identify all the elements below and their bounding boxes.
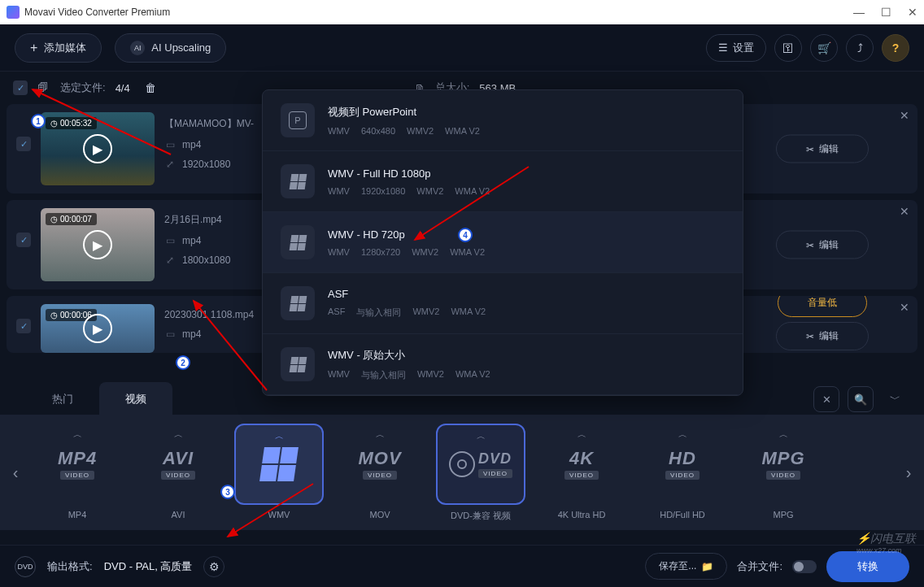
key-icon: ⚿ <box>782 41 794 54</box>
chevron-up-icon: ︿ <box>678 428 687 441</box>
chevron-up-icon: ︿ <box>477 430 486 442</box>
window-title: Movavi Video Converter Premium <box>24 7 170 18</box>
preset-row[interactable]: WMV - 原始大小 WMV与输入相同WMV2WMA V2 <box>263 334 743 395</box>
remove-file-button[interactable]: ✕ <box>900 109 909 122</box>
close-button[interactable]: ✕ <box>908 6 917 19</box>
selected-count: 4/4 <box>116 82 130 94</box>
format-tile[interactable]: ︿MOVVIDEO <box>335 424 425 505</box>
edit-button[interactable]: ✂编辑 <box>776 231 869 259</box>
format-tile[interactable]: ︿MP4VIDEO <box>33 424 122 505</box>
convert-button[interactable]: 转换 <box>826 551 909 582</box>
format-code: MOV <box>358 448 401 469</box>
format-tile[interactable]: ︿4KVIDEO <box>537 424 626 505</box>
remove-file-button[interactable]: ✕ <box>900 205 909 218</box>
format-caption: HD/Full HD <box>660 510 705 520</box>
format-tile[interactable]: ︿MPGVIDEO <box>739 424 828 505</box>
file-thumbnail[interactable]: ◷00:05:32 ▶ <box>41 112 155 185</box>
search-presets-button[interactable]: 🔍 <box>848 386 874 412</box>
merge-toggle[interactable] <box>792 560 817 573</box>
tab-video[interactable]: 视频 <box>99 382 172 416</box>
format-icon: ▭ <box>164 139 176 150</box>
file-name: 2月16日.mp4 <box>164 213 270 227</box>
footer-bar: DVD 输出格式: DVD - PAL, 高质量 ⚙ 保存至...📁 合并文件:… <box>0 545 924 587</box>
format-item: ︿WMV <box>234 424 324 522</box>
add-media-button[interactable]: + 添加媒体 <box>15 33 102 63</box>
scissors-icon: ✂ <box>806 143 814 154</box>
preset-specs: WMV与输入相同WMV2WMA V2 <box>328 369 490 381</box>
file-resolution: 1920x1080 <box>182 159 230 170</box>
format-caption: DVD-兼容 视频 <box>451 510 511 522</box>
file-format: mp4 <box>182 328 201 340</box>
output-value: DVD - PAL, 高质量 <box>104 559 193 574</box>
play-icon: ▶ <box>83 230 112 259</box>
tab-hot[interactable]: 热门 <box>26 382 99 416</box>
format-sub: VIDEO <box>363 471 397 480</box>
chevron-up-icon: ︿ <box>174 428 183 441</box>
carousel-prev-button[interactable]: ‹ <box>7 432 24 513</box>
format-item: ︿HDVIDEOHD/Full HD <box>638 424 727 522</box>
scissors-icon: ✂ <box>806 239 814 250</box>
merge-label: 合并文件: <box>737 559 782 574</box>
format-icon: ▭ <box>164 235 176 246</box>
clear-search-button[interactable]: ✕ <box>813 386 839 412</box>
folder-icon: 📁 <box>701 561 713 572</box>
clock-icon: ◷ <box>50 311 58 320</box>
select-all-checkbox[interactable]: ✓ <box>13 80 28 95</box>
format-code: 4K <box>569 448 594 469</box>
carousel-next-button[interactable]: › <box>900 432 917 513</box>
preset-row[interactable]: WMV - HD 720p WMV1280x720WMV2WMA V2 <box>263 212 743 273</box>
dvd-icon <box>449 451 475 477</box>
share-button[interactable]: ⤴ <box>846 34 874 62</box>
file-format: mp4 <box>182 139 201 150</box>
format-tile[interactable]: ︿DVDVIDEO <box>436 424 525 505</box>
preset-row[interactable]: P 视频到 PowerPoint WMV640x480WMV2WMA V2 <box>263 90 743 151</box>
cart-icon: 🛒 <box>817 41 831 54</box>
preset-row[interactable]: ASF ASF与输入相同WMV2WMA V2 <box>263 273 743 334</box>
file-thumbnail[interactable]: ◷00:00:07 ▶ <box>41 208 155 281</box>
format-code: MPG <box>761 448 804 469</box>
resolution-icon: ⤢ <box>164 159 176 170</box>
format-tile[interactable]: ︿ <box>234 424 324 505</box>
cart-button[interactable]: 🛒 <box>810 34 838 62</box>
chevron-up-icon: ︿ <box>275 430 284 442</box>
volume-warning-button[interactable]: 音量低 <box>778 296 867 317</box>
help-icon: ? <box>892 41 900 54</box>
windows-icon <box>259 447 299 481</box>
file-checkbox[interactable]: ✓ <box>16 233 31 247</box>
format-tile[interactable]: ︿HDVIDEO <box>638 424 727 505</box>
file-thumbnail[interactable]: ◷00:00:06 ▶ <box>41 304 155 353</box>
preset-title: ASF <box>328 288 486 300</box>
file-checkbox[interactable]: ✓ <box>16 319 31 333</box>
help-button[interactable]: ? <box>882 34 909 62</box>
edit-button[interactable]: ✂编辑 <box>776 322 869 350</box>
scissors-icon: ✂ <box>806 331 814 342</box>
file-name: 20230301 1108.mp4 <box>164 309 270 320</box>
save-to-button[interactable]: 保存至...📁 <box>645 553 727 580</box>
format-icon: ▭ <box>164 328 176 340</box>
edit-button[interactable]: ✂编辑 <box>776 135 869 163</box>
preset-row[interactable]: WMV - Full HD 1080p WMV1920x1080WMV2WMA … <box>263 151 743 212</box>
settings-button[interactable]: ☰ 设置 <box>706 34 766 62</box>
format-item: ︿MPGVIDEOMPG <box>739 424 828 522</box>
format-sub: VIDEO <box>564 471 599 480</box>
search-button[interactable]: ⚿ <box>774 34 802 62</box>
output-settings-button[interactable]: ⚙ <box>203 556 224 577</box>
delete-button[interactable]: 🗑 <box>140 77 161 98</box>
plus-icon: + <box>30 41 37 55</box>
format-caption: MPG <box>773 510 793 520</box>
format-sub: VIDEO <box>161 471 195 480</box>
collapse-panel-button[interactable]: ﹀ <box>882 386 908 412</box>
format-tile[interactable]: ︿AVIVIDEO <box>133 424 223 505</box>
ai-upscaling-button[interactable]: AI AI Upscaling <box>115 33 226 63</box>
format-code: MP4 <box>58 448 97 469</box>
file-checkbox[interactable]: ✓ <box>16 137 31 151</box>
format-sub: VIDEO <box>665 471 700 480</box>
preset-title: WMV - Full HD 1080p <box>328 167 490 180</box>
files-icon: 🗐 <box>37 81 50 94</box>
file-name: 【MAMAMOO】MV- <box>164 117 270 131</box>
maximize-button[interactable]: ☐ <box>881 6 891 19</box>
ai-upscaling-label: AI Upscaling <box>151 41 211 54</box>
annotation-badge-1: 1 <box>31 114 46 128</box>
remove-file-button[interactable]: ✕ <box>900 301 909 314</box>
minimize-button[interactable]: — <box>853 6 865 19</box>
